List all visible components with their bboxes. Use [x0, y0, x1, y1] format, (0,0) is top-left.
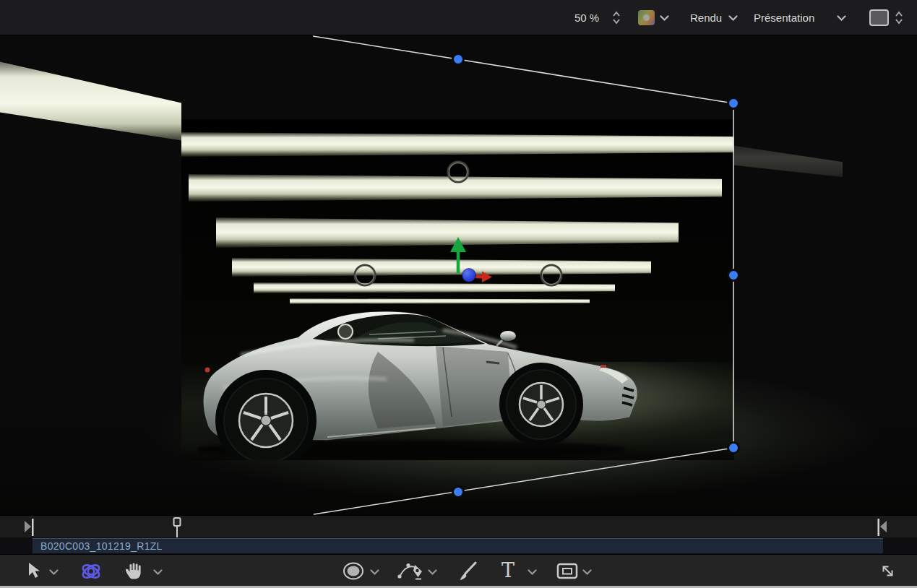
chevron-down-icon[interactable]	[582, 569, 592, 576]
transform-overlay	[0, 35, 917, 515]
rectangle-shape-tool[interactable]	[556, 563, 580, 580]
scale-handle[interactable]	[453, 54, 739, 498]
zoom-stepper-icon[interactable]	[612, 11, 621, 25]
playhead[interactable]	[172, 517, 182, 538]
chevron-down-icon[interactable]	[428, 569, 437, 576]
in-point-marker[interactable]	[25, 519, 35, 536]
gizmo-x-arrow-red[interactable]	[474, 272, 492, 283]
select-arrow-tool[interactable]	[27, 562, 42, 579]
presentation-menu[interactable]: Présentation	[754, 0, 814, 35]
viewer-canvas[interactable]	[0, 35, 917, 515]
color-well-dot-icon	[643, 14, 650, 21]
bezier-pen-tool[interactable]	[397, 561, 425, 581]
transform-3d-tool[interactable]	[79, 561, 103, 581]
chevron-down-icon[interactable]	[49, 569, 59, 576]
timeline-clip-lane: B020C003_101219_R1ZL	[0, 537, 917, 554]
timeline-clip[interactable]: B020C003_101219_R1ZL	[33, 538, 883, 553]
layout-stepper-icon[interactable]	[895, 11, 903, 25]
hand-tool[interactable]	[124, 562, 143, 580]
chevron-down-icon[interactable]	[660, 15, 669, 22]
viewer-window: 50 % Rendu Présentation	[0, 0, 917, 588]
out-point-marker[interactable]	[877, 519, 887, 536]
chevron-down-icon[interactable]	[728, 15, 738, 22]
viewer-toolbar: 50 % Rendu Présentation	[0, 0, 917, 35]
chevron-down-icon[interactable]	[837, 15, 846, 22]
mini-timeline-ruler[interactable]	[0, 515, 917, 537]
clip-name-label: B020C003_101219_R1ZL	[33, 539, 883, 553]
expand-diagonal-icon[interactable]	[879, 562, 897, 580]
canvas-tools-toolbar: T	[0, 554, 917, 586]
zoom-level-value[interactable]: 50 %	[574, 0, 599, 35]
canvas-layout-icon[interactable]	[869, 9, 889, 26]
chevron-down-icon[interactable]	[370, 569, 379, 576]
ellipse-shape-tool[interactable]	[343, 562, 364, 580]
text-tool[interactable]: T	[501, 555, 515, 587]
render-menu[interactable]: Rendu	[690, 0, 722, 35]
paintbrush-tool[interactable]	[458, 561, 478, 581]
gizmo-y-arrow-green[interactable]	[450, 237, 466, 273]
gizmo-z-sphere-blue[interactable]	[462, 269, 476, 282]
chevron-down-icon[interactable]	[528, 569, 537, 576]
chevron-down-icon[interactable]	[153, 569, 163, 576]
color-well-swatch[interactable]	[638, 10, 655, 25]
